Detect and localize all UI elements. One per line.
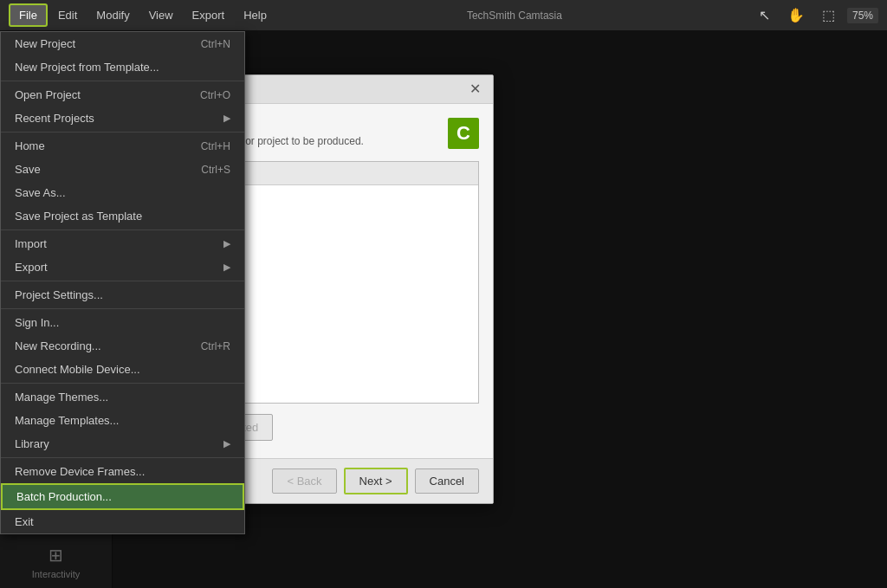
next-button[interactable]: Next > (344, 468, 408, 494)
cursor-tool-icon[interactable]: ↖ (754, 5, 775, 25)
menu-item-manage-themes[interactable]: Manage Themes... (1, 385, 244, 409)
menu-help[interactable]: Help (235, 5, 275, 25)
divider-6 (1, 383, 244, 384)
main-content: New Project Ctrl+N New Project from Temp… (0, 31, 887, 588)
menu-file[interactable]: File (9, 3, 48, 27)
camtasia-logo: C (448, 118, 479, 149)
menu-item-manage-templates[interactable]: Manage Templates... (1, 409, 244, 432)
menu-item-library[interactable]: Library ▶ (1, 432, 244, 456)
top-bar: File Edit Modify View Export Help TechSm… (0, 0, 887, 31)
menu-item-new-recording[interactable]: New Recording... Ctrl+R (1, 334, 244, 358)
app-title: TechSmith Camtasia (467, 10, 562, 22)
menu-item-home[interactable]: Home Ctrl+H (1, 134, 244, 158)
menu-item-recent-projects[interactable]: Recent Projects ▶ (1, 107, 244, 130)
divider-3 (1, 229, 244, 230)
menu-item-connect-mobile[interactable]: Connect Mobile Device... (1, 358, 244, 381)
cancel-button[interactable]: Cancel (415, 468, 479, 494)
menu-item-project-settings[interactable]: Project Settings... (1, 283, 244, 307)
divider-5 (1, 308, 244, 309)
menu-item-new-project[interactable]: New Project Ctrl+N (1, 32, 244, 55)
menu-item-sign-in[interactable]: Sign In... (1, 311, 244, 334)
dialog-close-button[interactable]: ✕ (468, 82, 482, 96)
menu-item-save[interactable]: Save Ctrl+S (1, 158, 244, 181)
menu-item-remove-device-frames[interactable]: Remove Device Frames... (1, 460, 244, 483)
menu-modify[interactable]: Modify (87, 5, 138, 25)
divider-7 (1, 457, 244, 458)
menu-item-save-as[interactable]: Save As... (1, 181, 244, 204)
zoom-level[interactable]: 75% (847, 8, 878, 23)
toolbar-icons: ↖ ✋ ⬚ 75% (754, 5, 878, 25)
menu-item-save-as-template[interactable]: Save Project as Template (1, 204, 244, 228)
menu-item-import[interactable]: Import ▶ (1, 232, 244, 255)
divider-2 (1, 132, 244, 132)
menu-item-exit[interactable]: Exit (1, 510, 244, 533)
back-button[interactable]: < Back (272, 468, 336, 494)
divider-1 (1, 81, 244, 81)
menu-item-export[interactable]: Export ▶ (1, 255, 244, 279)
hand-tool-icon[interactable]: ✋ (782, 5, 810, 25)
divider-4 (1, 281, 244, 281)
menu-item-batch-production[interactable]: Batch Production... (1, 483, 244, 510)
menu-export[interactable]: Export (184, 5, 234, 25)
menu-item-new-from-template[interactable]: New Project from Template... (1, 55, 244, 79)
menu-bar: File Edit Modify View Export Help (9, 3, 275, 27)
menu-item-open-project[interactable]: Open Project Ctrl+O (1, 83, 244, 107)
menu-view[interactable]: View (140, 5, 182, 25)
crop-tool-icon[interactable]: ⬚ (817, 5, 840, 25)
file-dropdown-menu: New Project Ctrl+N New Project from Temp… (0, 31, 245, 534)
menu-edit[interactable]: Edit (49, 5, 86, 25)
